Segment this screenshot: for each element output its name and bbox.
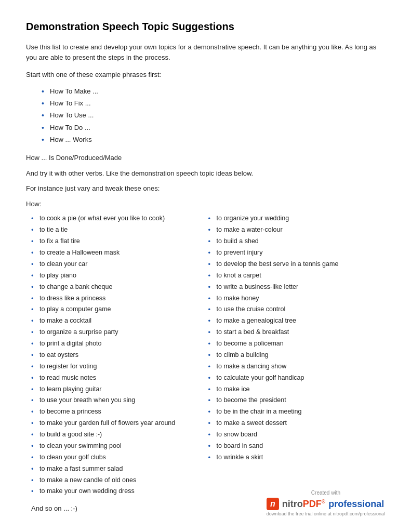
list-item: to snow board xyxy=(208,429,386,441)
list-item: to fix a flat tire xyxy=(31,236,208,247)
phrase-item: How To Use ... xyxy=(42,109,385,121)
list-item: to prevent injury xyxy=(208,247,386,259)
list-item: to clean your swimming pool xyxy=(31,441,208,452)
list-item: to cook a pie (or what ever you like to … xyxy=(31,213,208,224)
nitro-reg: ® xyxy=(322,499,325,504)
list-item: to organize a surprise party xyxy=(31,327,208,338)
list-item: to board in sand xyxy=(208,441,386,452)
list-item: to create a Halloween mask xyxy=(31,247,208,259)
list-item: to organize your wedding xyxy=(208,213,386,224)
list-item: to dress like a princess xyxy=(31,293,208,304)
list-item: to change a bank cheque xyxy=(31,282,208,293)
nitro-name: nitroPDF® xyxy=(282,499,325,510)
how-label: How: xyxy=(26,199,385,209)
list-item: to print a digital photo xyxy=(31,338,208,350)
list-item: to clean your car xyxy=(31,259,208,270)
list-item: to knot a carpet xyxy=(208,270,386,282)
list-item: to make a fast summer salad xyxy=(31,463,208,475)
right-column: to organize your weddingto make a water-… xyxy=(208,213,386,497)
topic-columns: to cook a pie (or what ever you like to … xyxy=(31,213,385,497)
list-item: to wrinkle a skirt xyxy=(208,452,386,463)
phrase-item: How To Make ... xyxy=(42,85,385,97)
nitro-logo: n nitroPDF® professional xyxy=(267,498,385,510)
list-item: to be in the chair in a meeting xyxy=(208,406,386,418)
list-item: to calculate your golf handicap xyxy=(208,373,386,384)
list-item: to build a shed xyxy=(208,236,386,247)
phrases-list: How To Make ...How To Fix ...How To Use … xyxy=(42,85,385,146)
left-topic-list: to cook a pie (or what ever you like to … xyxy=(31,213,208,497)
right-topic-list: to organize your weddingto make a water-… xyxy=(208,213,386,463)
list-item: to build a good site :-) xyxy=(31,429,208,441)
list-item: to make a water-colour xyxy=(208,224,386,236)
footer: Created with n nitroPDF® professional do… xyxy=(267,490,385,516)
list-item: to use your breath when you sing xyxy=(31,395,208,406)
list-item: to register for voting xyxy=(31,361,208,373)
nitro-pdf: PDF xyxy=(303,499,322,509)
list-item: to make a sweet dessert xyxy=(208,418,386,429)
list-item: to develop the best serve in a tennis ga… xyxy=(208,259,386,270)
list-item: to make your own wedding dress xyxy=(31,486,208,497)
intro-paragraph-1: Use this list to create and develop your… xyxy=(26,42,385,62)
list-item: to climb a building xyxy=(208,350,386,361)
list-item: to play a computer game xyxy=(31,304,208,315)
list-item: to make your garden full of flowers year… xyxy=(31,418,208,429)
list-item: to clean your golf clubs xyxy=(31,452,208,463)
list-item: to make honey xyxy=(208,293,386,304)
list-item: to make a cocktail xyxy=(31,315,208,327)
for-instance: For instance just vary and tweak these o… xyxy=(26,183,385,194)
list-item: to make a new candle of old ones xyxy=(31,475,208,486)
list-item: to write a business-like letter xyxy=(208,282,386,293)
page-title: Demonstration Speech Topic Suggestions xyxy=(26,21,385,33)
phrase-item: How ... Works xyxy=(42,134,385,145)
list-item: to make ice xyxy=(208,384,386,395)
list-item: to become the president xyxy=(208,395,386,406)
phrase-item: How To Do ... xyxy=(42,122,385,134)
list-item: to tie a tie xyxy=(31,224,208,236)
list-item: to use the cruise control xyxy=(208,304,386,315)
list-item: to eat oysters xyxy=(31,350,208,361)
list-item: to learn playing guitar xyxy=(31,384,208,395)
intro-paragraph-2: Start with one of these example phrases … xyxy=(26,70,385,80)
list-item: to become a policeman xyxy=(208,338,386,350)
nitro-download-link: download the free trial online at nitrop… xyxy=(267,511,385,516)
try-other: And try it with other verbs. Like the de… xyxy=(26,168,385,179)
left-column: to cook a pie (or what ever you like to … xyxy=(31,213,208,497)
how-is-done: How ... Is Done/Produced/Made xyxy=(26,153,385,163)
list-item: to make a dancing show xyxy=(208,361,386,373)
list-item: to play piano xyxy=(31,270,208,282)
nitro-icon: n xyxy=(267,498,279,510)
phrase-item: How To Fix ... xyxy=(42,97,385,109)
list-item: to make a genealogical tree xyxy=(208,315,386,327)
list-item: to become a princess xyxy=(31,406,208,418)
nitro-professional: professional xyxy=(328,499,384,510)
list-item: to start a bed & breakfast xyxy=(208,327,386,338)
list-item: to read music notes xyxy=(31,373,208,384)
created-with-label: Created with xyxy=(267,490,385,496)
